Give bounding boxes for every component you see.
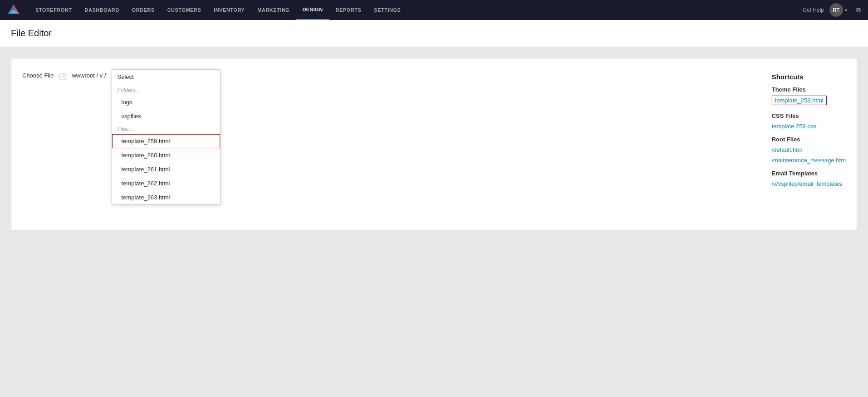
get-help-link[interactable]: Get Help	[803, 7, 824, 13]
nav-links: STOREFRONT DASHBOARD ORDERS CUSTOMERS IN…	[29, 0, 803, 20]
chevron-down-icon: ▾	[845, 8, 847, 13]
nav-inventory[interactable]: INVENTORY	[207, 0, 251, 20]
shortcut-section-css-files: CSS Files	[772, 112, 846, 119]
shortcut-default-htm[interactable]: /default.htm	[772, 145, 846, 154]
nav-storefront[interactable]: STOREFRONT	[29, 0, 78, 20]
shortcut-section-root-files: Root Files	[772, 136, 846, 143]
nav-orders[interactable]: ORDERS	[126, 0, 161, 20]
file-template-263[interactable]: template_263.html	[112, 190, 220, 204]
dropdown-header: Select	[112, 70, 220, 84]
top-navigation: STOREFRONT DASHBOARD ORDERS CUSTOMERS IN…	[0, 0, 868, 20]
shortcut-section-email-templates: Email Templates	[772, 170, 846, 177]
file-dropdown[interactable]: Select Folders... logs vspfiles Files...…	[112, 69, 221, 205]
external-link-icon[interactable]: ⧉	[856, 6, 861, 14]
folder-logs[interactable]: logs	[112, 95, 220, 109]
shortcut-email-templates[interactable]: /v/vspfiles/email_templates	[772, 179, 846, 188]
nav-customers[interactable]: CUSTOMERS	[161, 0, 208, 20]
page-header: File Editor	[0, 20, 868, 47]
main-content: Choose File ? wwwroot / v / Select Folde…	[0, 47, 868, 241]
editor-card: Choose File ? wwwroot / v / Select Folde…	[11, 58, 857, 230]
avatar: RT	[829, 3, 843, 17]
help-icon[interactable]: ?	[59, 73, 66, 80]
file-template-261[interactable]: template_261.html	[112, 162, 220, 176]
logo[interactable]	[7, 4, 20, 16]
shortcut-template-259-css[interactable]: template 259 css	[772, 122, 846, 131]
nav-settings[interactable]: SETTINGS	[368, 0, 407, 20]
dropdown-scroll-area[interactable]: Folders... logs vspfiles Files... templa…	[112, 84, 220, 204]
folder-vspfiles[interactable]: vspfiles	[112, 109, 220, 123]
shortcut-template-259[interactable]: template_259.html	[772, 96, 827, 105]
folders-label: Folders...	[112, 84, 220, 95]
shortcuts-title: Shortcuts	[772, 73, 846, 81]
file-template-259[interactable]: template_259.html	[112, 134, 220, 148]
files-label: Files...	[112, 123, 220, 134]
shortcuts-panel: Shortcuts Theme Files template_259.html …	[772, 69, 846, 190]
breadcrumb: wwwroot / v /	[72, 72, 106, 79]
choose-file-label: Choose File	[22, 72, 54, 79]
page-title: File Editor	[11, 28, 857, 39]
shortcut-section-theme-files: Theme Files	[772, 86, 846, 93]
file-template-262[interactable]: template_262.html	[112, 176, 220, 190]
shortcut-maintenance-message[interactable]: /maintenance_message.htm	[772, 156, 846, 165]
nav-design[interactable]: DESIGN	[296, 0, 329, 20]
avatar-button[interactable]: RT ▾	[829, 3, 847, 17]
file-template-260[interactable]: template_260.html	[112, 148, 220, 162]
nav-reports[interactable]: REPORTS	[329, 0, 368, 20]
breadcrumb-text: wwwroot / v /	[72, 72, 106, 79]
nav-dashboard[interactable]: DASHBOARD	[78, 0, 126, 20]
choose-file-row: Choose File ? wwwroot / v / Select Folde…	[22, 69, 846, 190]
nav-right: Get Help RT ▾ ⧉	[803, 3, 861, 17]
nav-marketing[interactable]: MARKETING	[251, 0, 296, 20]
